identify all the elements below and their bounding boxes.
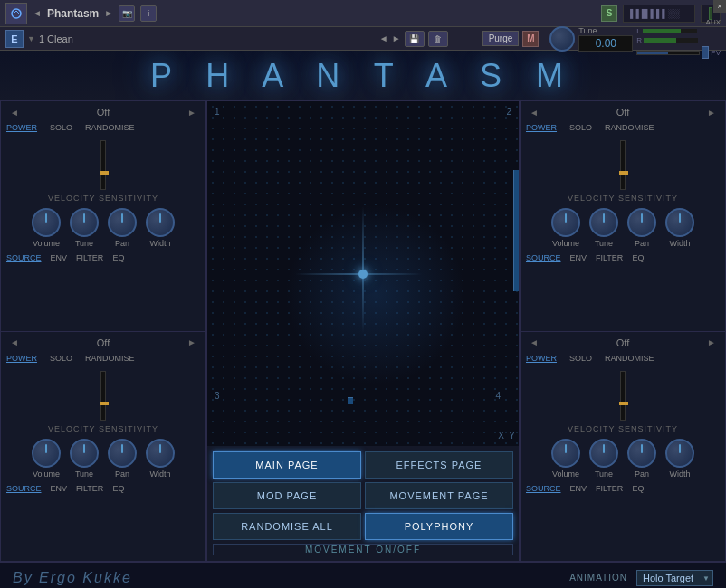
tl-fader-container [6, 136, 200, 190]
bl-arrow-left[interactable]: ◄ [6, 337, 23, 347]
tl-knob-width-ctrl[interactable] [146, 208, 175, 237]
bl-knob-pan-ctrl[interactable] [108, 439, 137, 468]
second-bar: E ▼ 1 Clean ◄ ► 💾 🗑 Purge M Tune 0.00 AU… [0, 27, 726, 51]
tune-knob[interactable] [549, 26, 575, 52]
animation-select-wrapper[interactable]: Holo Target Classic Modern Minimal [636, 569, 713, 586]
pv-label: PV [711, 49, 721, 57]
mod-page-button[interactable]: MOd PaGE [213, 482, 361, 509]
xy-pad[interactable]: 1 2 3 4 X Y [207, 101, 519, 446]
bl-randomise[interactable]: RANDOMISE [85, 354, 135, 363]
tl-fader-thumb[interactable] [100, 171, 109, 175]
nav-arrow-left[interactable]: ◄ [33, 8, 42, 18]
tl-tab-source[interactable]: SOURCE [6, 253, 42, 262]
br-knob-width-ctrl[interactable] [665, 439, 694, 468]
tl-knob-volume-ctrl[interactable] [32, 208, 61, 237]
br-arrow-right[interactable]: ► [703, 337, 720, 347]
tl-knob-tune-ctrl[interactable] [70, 208, 99, 237]
br-arrow-left[interactable]: ◄ [526, 337, 542, 347]
bl-fader-track[interactable] [100, 371, 106, 421]
tr-power[interactable]: POWER [526, 123, 557, 132]
br-tab-eq[interactable]: EQ [632, 484, 644, 493]
purge-button[interactable]: Purge [482, 31, 520, 46]
tr-tab-eq[interactable]: EQ [632, 253, 644, 262]
xy-crosshair[interactable] [358, 270, 368, 279]
bl-solo[interactable]: SOLO [50, 354, 72, 363]
corner-label-4: 4 [495, 391, 501, 401]
tr-solo[interactable]: SOLO [569, 123, 592, 132]
info-icon[interactable]: i [140, 5, 157, 22]
tl-tab-env[interactable]: ENV [51, 253, 68, 262]
left-panel: ◄ Off ► POWER SOLO RANDOMISE VELOCITY SE… [0, 100, 206, 562]
tr-fader-thumb[interactable] [619, 171, 628, 175]
bl-tab-filter[interactable]: FILTER [76, 484, 103, 493]
tl-arrow-right[interactable]: ► [184, 108, 200, 118]
br-solo[interactable]: SOLO [569, 354, 592, 363]
tl-arrow-left[interactable]: ◄ [6, 108, 23, 118]
xy-bottom-bar[interactable] [348, 397, 353, 404]
tl-knob-pan-ctrl[interactable] [108, 208, 137, 237]
close-button[interactable]: × [713, 0, 726, 13]
tr-knob-volume-ctrl[interactable] [551, 208, 580, 237]
polyphony-button[interactable]: POLYPHONY [365, 513, 513, 540]
vol-fader[interactable] [702, 46, 709, 59]
tr-tab-filter[interactable]: FILTER [596, 253, 623, 262]
bl-knob-width-ctrl[interactable] [146, 439, 175, 468]
br-knob-pan-label: Pan [635, 469, 649, 479]
tr-knob-width-ctrl[interactable] [665, 208, 694, 237]
delete-icon[interactable]: 🗑 [428, 31, 448, 47]
tl-fader-track[interactable] [100, 140, 106, 190]
br-knob-volume-ctrl[interactable] [551, 439, 580, 468]
preset-nav-right[interactable]: ► [392, 33, 401, 43]
tr-knob-pan-ctrl[interactable] [627, 208, 656, 237]
bl-arrow-right[interactable]: ► [184, 337, 200, 347]
movement-page-button[interactable]: MOVEMENT PAGE [365, 482, 513, 509]
tr-fader-track[interactable] [620, 140, 626, 190]
tr-tab-source[interactable]: SOURCE [526, 253, 561, 262]
instrument-logo[interactable] [5, 3, 27, 24]
tl-tab-eq[interactable]: EQ [112, 253, 124, 262]
tr-status: Off [542, 107, 703, 118]
bl-knob-volume-ctrl[interactable] [32, 439, 61, 468]
tr-randomise[interactable]: RANDOMISE [605, 123, 654, 132]
save-icon[interactable]: 💾 [405, 31, 425, 47]
br-knob-tune-ctrl[interactable] [589, 439, 618, 468]
tl-randomise[interactable]: RANDOMISE [85, 123, 135, 132]
top-left-panel: ◄ Off ► POWER SOLO RANDOMISE VELOCITY SE… [1, 101, 205, 332]
tl-power[interactable]: POWER [6, 123, 37, 132]
bl-fader-thumb[interactable] [100, 402, 109, 405]
br-power[interactable]: POWER [526, 354, 557, 363]
movement-on-off-button[interactable]: MOVEMENT ON/OFF [213, 544, 513, 555]
tr-arrow-right[interactable]: ► [703, 108, 720, 118]
tl-controls: POWER SOLO RANDOMISE [6, 123, 200, 132]
tl-tab-filter[interactable]: FILTER [76, 253, 103, 262]
bl-power[interactable]: POWER [6, 354, 37, 363]
animation-select[interactable]: Holo Target Classic Modern Minimal [636, 570, 713, 586]
xy-right-bar[interactable] [513, 170, 519, 290]
preset-arrow-left[interactable]: ▼ [27, 34, 35, 43]
br-knob-pan-ctrl[interactable] [627, 439, 656, 468]
camera-icon[interactable]: 📷 [119, 5, 135, 22]
bl-tab-env[interactable]: ENV [51, 484, 68, 493]
br-fader-track[interactable] [620, 371, 626, 421]
main-page-button[interactable]: MAIN PAGE [213, 451, 361, 479]
tr-tab-env[interactable]: ENV [570, 253, 587, 262]
xy-dot[interactable] [358, 270, 368, 279]
y-label: Y [509, 431, 515, 441]
tl-solo[interactable]: SOLO [50, 123, 72, 132]
tune-value: 0.00 [578, 35, 633, 52]
bl-knob-tune-ctrl[interactable] [70, 439, 99, 468]
randomise-all-button[interactable]: RANDOMISE ALL [213, 513, 361, 540]
bl-tab-source[interactable]: SOURCE [6, 484, 42, 493]
br-tab-source[interactable]: SOURCE [526, 484, 561, 493]
tr-knob-tune-ctrl[interactable] [589, 208, 618, 237]
tr-arrow-left[interactable]: ◄ [526, 108, 542, 118]
effects-page-button[interactable]: EFFECTS PAGE [365, 451, 513, 479]
preset-nav-left[interactable]: ◄ [379, 33, 388, 43]
br-fader-thumb[interactable] [619, 402, 628, 405]
br-randomise[interactable]: RANDOMISE [605, 354, 654, 363]
m-badge[interactable]: M [522, 31, 539, 47]
nav-arrow-right[interactable]: ► [104, 8, 113, 18]
bl-tab-eq[interactable]: EQ [112, 484, 124, 493]
br-tab-env[interactable]: ENV [570, 484, 587, 493]
br-tab-filter[interactable]: FILTER [596, 484, 623, 493]
